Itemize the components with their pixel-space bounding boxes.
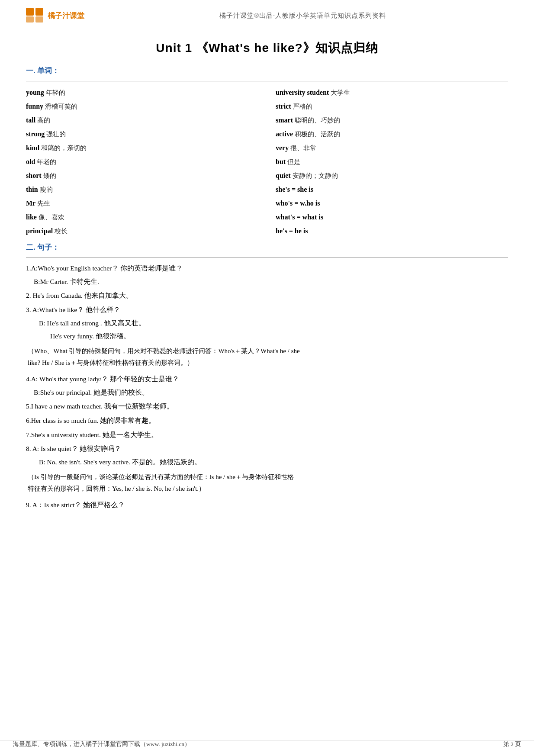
footer-left-text: 海量题库、专项训练，进入橘子汁课堂官网下载（www. juzizhi.cn） <box>13 740 190 748</box>
vocab-item: strict 严格的 <box>276 100 508 113</box>
vocab-item: but 但是 <box>276 155 508 169</box>
sentence-1b: B:Mr Carter. 卡特先生. <box>26 276 508 288</box>
vocab-section-heading: 一. 单词： <box>26 66 508 76</box>
vocab-item: short 矮的 <box>26 169 258 183</box>
sentence-3b: B: He's tall and strong . 他又高又壮。 <box>26 317 508 330</box>
top-header: 橘子汁课堂 橘子汁课堂®出品·人教版小学英语单元知识点系列资料 <box>26 0 508 28</box>
vocab-item: tall 高的 <box>26 113 258 127</box>
sentence-5: 5.I have a new math teacher. 我有一位新数学老师。 <box>26 400 508 413</box>
vocab-item: very 很、非常 <box>276 141 508 155</box>
vocab-item: what's = what is <box>276 210 508 224</box>
sentence-4b: B:She's our principal. 她是我们的校长。 <box>26 386 508 399</box>
vocab-item: university student 大学生 <box>276 86 508 100</box>
vocab-grid: young 年轻的 funny 滑稽可笑的 tall 高的 strong 强壮的… <box>26 86 508 238</box>
sentences-section: 1.A:Who's your English teacher？ 你的英语老师是谁… <box>26 262 508 511</box>
vocab-item: old 年老的 <box>26 155 258 169</box>
note-1: （Who、What 引导的特殊疑问句，用来对不熟悉的老师进行问答：Who's＋某… <box>26 345 508 369</box>
header-subtitle: 橘子汁课堂®出品·人教版小学英语单元知识点系列资料 <box>97 12 508 20</box>
logo-text: 橘子汁课堂 <box>48 11 84 21</box>
main-title: Unit 1 《What's he like?》知识点归纳 <box>26 40 508 56</box>
vocab-item: Mr 先生 <box>26 196 258 210</box>
vocab-col-left: young 年轻的 funny 滑稽可笑的 tall 高的 strong 强壮的… <box>26 86 258 238</box>
sentences-section-heading: 二. 句子： <box>26 242 508 252</box>
logo-icon <box>26 8 44 23</box>
vocab-item: young 年轻的 <box>26 86 258 100</box>
vocab-item: quiet 安静的；文静的 <box>276 169 508 183</box>
vocab-item: she's = she is <box>276 183 508 196</box>
sentence-8a: 8. A: Is she quiet？ 她很安静吗？ <box>26 443 508 455</box>
footer-page-num: 第 2 页 <box>503 740 521 748</box>
sentence-2: 2. He's from Canada. 他来自加拿大。 <box>26 290 508 302</box>
sentence-1: 1.A:Who's your English teacher？ 你的英语老师是谁… <box>26 262 508 275</box>
vocab-item: kind 和蔼的，亲切的 <box>26 141 258 155</box>
sentence-8b: B: No, she isn't. She's very active. 不是的… <box>26 456 508 469</box>
svg-rect-0 <box>26 8 34 16</box>
vocab-divider <box>26 81 508 81</box>
sentence-3a: 3. A:What's he like？ 他什么样？ <box>26 304 508 316</box>
note-2: （Is 引导的一般疑问句，谈论某位老师是否具有某方面的特征：Is he / sh… <box>26 471 508 495</box>
vocab-item: active 积极的、活跃的 <box>276 127 508 141</box>
svg-rect-2 <box>26 16 34 23</box>
vocab-item: who's = w.ho is <box>276 196 508 210</box>
vocab-col-right: university student 大学生 strict 严格的 smart … <box>276 86 508 238</box>
sentence-6: 6.Her class is so much fun. 她的课非常有趣。 <box>26 415 508 427</box>
svg-rect-1 <box>35 8 43 16</box>
vocab-item: thin 瘦的 <box>26 183 258 196</box>
page: 橘子汁课堂 橘子汁课堂®出品·人教版小学英语单元知识点系列资料 Unit 1 《… <box>0 0 534 756</box>
svg-rect-3 <box>35 16 43 23</box>
vocab-item: principal 校长 <box>26 224 258 238</box>
logo-box: 橘子汁课堂 <box>26 8 84 23</box>
sentences-divider <box>26 257 508 258</box>
vocab-item: smart 聪明的、巧妙的 <box>276 113 508 127</box>
sentence-3c: He's very funny. 他很滑稽。 <box>26 330 508 343</box>
vocab-item: funny 滑稽可笑的 <box>26 100 258 113</box>
vocab-item: strong 强壮的 <box>26 127 258 141</box>
sentence-7: 7.She's a university student. 她是一名大学生。 <box>26 429 508 441</box>
vocab-item: he's = he is <box>276 224 508 238</box>
page-footer: 海量题库、专项训练，进入橘子汁课堂官网下载（www. juzizhi.cn） 第… <box>0 740 534 748</box>
sentence-9: 9. A：Is she strict？ 她很严格么？ <box>26 499 508 512</box>
sentence-4a: 4.A: Who's that young lady/？ 那个年轻的女士是谁？ <box>26 373 508 386</box>
vocab-item: like 像、喜欢 <box>26 210 258 224</box>
